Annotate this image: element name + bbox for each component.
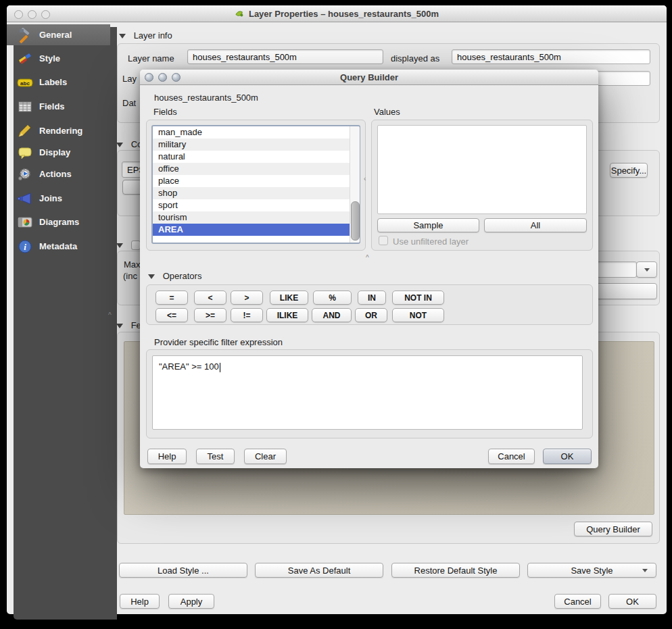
scale-combo-dropdown-button[interactable]: [636, 261, 657, 278]
ok-button[interactable]: OK: [608, 594, 656, 609]
operator-ilike-button[interactable]: ILIKE: [266, 308, 308, 322]
sidebar-item-label: Diagrams: [39, 217, 79, 227]
sidebar-item-label: Style: [39, 53, 60, 64]
speech-bubble-icon: [17, 145, 33, 161]
qb-help-button[interactable]: Help: [147, 449, 187, 464]
sidebar-item-rendering[interactable]: Rendering: [7, 120, 110, 141]
sidebar-item-label: Rendering: [39, 126, 82, 136]
paintbrush-style-icon: [17, 51, 33, 67]
dialog-titlebar[interactable]: Query Builder: [140, 70, 598, 85]
layer-name-label: Layer name: [128, 53, 174, 64]
operator-not-in-button[interactable]: NOT IN: [392, 291, 444, 305]
load-style-button[interactable]: Load Style ...: [119, 563, 247, 578]
sidebar-item-display[interactable]: Display: [7, 142, 110, 163]
operator-gt-button[interactable]: >: [231, 291, 263, 305]
layer-name-input[interactable]: houses_restaurants_500m: [187, 49, 383, 64]
help-button[interactable]: Help: [120, 594, 160, 609]
field-list-item[interactable]: tourism: [153, 211, 359, 224]
field-list-item[interactable]: shop: [153, 187, 359, 199]
operator-le-button[interactable]: <=: [155, 308, 188, 322]
feature-subset-section-header[interactable]: Fe: [116, 320, 141, 330]
field-list-item-selected[interactable]: AREA: [153, 224, 352, 236]
sidebar-item-fields[interactable]: Fields: [7, 96, 110, 117]
displayed-as-input[interactable]: houses_restaurants_500m: [452, 49, 650, 64]
zoom-button[interactable]: [172, 73, 181, 82]
qb-cancel-button[interactable]: Cancel: [488, 449, 535, 464]
data-source-label-fragment: Dat: [122, 98, 136, 108]
collapse-triangle-icon[interactable]: [116, 324, 123, 328]
tools-icon: [17, 27, 33, 43]
collapse-triangle-icon[interactable]: [119, 34, 126, 39]
operator-ge-button[interactable]: >=: [194, 308, 226, 322]
splitter-handle[interactable]: ‹: [364, 175, 366, 182]
scale-section-header[interactable]: [116, 240, 123, 250]
cancel-button[interactable]: Cancel: [554, 594, 601, 609]
field-list-item[interactable]: natural: [153, 151, 359, 163]
values-list[interactable]: [377, 125, 587, 214]
query-builder-button[interactable]: Query Builder: [574, 522, 652, 536]
operator-in-button[interactable]: IN: [358, 291, 386, 305]
crs-section-header[interactable]: Co: [116, 139, 142, 149]
minimize-button[interactable]: [158, 73, 167, 82]
splitter-handle[interactable]: ^: [108, 311, 112, 319]
values-label: Values: [374, 107, 400, 117]
operator-not-button[interactable]: NOT: [392, 308, 444, 322]
sidebar-item-diagrams[interactable]: Diagrams: [7, 211, 110, 232]
restore-default-style-button[interactable]: Restore Default Style: [391, 563, 520, 578]
collapse-triangle-icon[interactable]: [148, 274, 155, 279]
qb-clear-button[interactable]: Clear: [244, 449, 287, 464]
brush-icon: [17, 123, 33, 139]
minimize-button[interactable]: [28, 10, 37, 19]
operator-percent-button[interactable]: %: [313, 291, 352, 305]
operator-and-button[interactable]: AND: [312, 308, 352, 322]
filter-expression-label: Provider specific filter expression: [154, 337, 283, 347]
sidebar-item-actions[interactable]: Actions: [7, 163, 110, 184]
filter-expression-textarea[interactable]: "AREA" >= 100: [152, 355, 583, 430]
apply-button[interactable]: Apply: [168, 594, 214, 609]
sample-button[interactable]: Sample: [377, 218, 479, 232]
chevron-down-icon: [644, 268, 650, 272]
save-as-default-button[interactable]: Save As Default: [255, 563, 383, 578]
scale-dependent-checkbox[interactable]: [131, 241, 141, 250]
zoom-button[interactable]: [41, 10, 50, 19]
specify-crs-button[interactable]: Specify...: [610, 163, 648, 178]
layer-info-section-header[interactable]: Layer info: [119, 30, 172, 41]
field-list-item[interactable]: sport: [153, 199, 359, 211]
abc-label-icon: abc: [17, 74, 33, 91]
fields-list-scrollbar[interactable]: [350, 126, 360, 243]
field-list-item[interactable]: man_made: [153, 126, 359, 139]
collapse-triangle-icon[interactable]: [116, 143, 123, 147]
sidebar-item-labels[interactable]: abc Labels: [7, 72, 110, 93]
sidebar-item-general[interactable]: General: [7, 24, 110, 45]
all-button[interactable]: All: [484, 218, 587, 232]
close-button[interactable]: [145, 73, 153, 82]
splitter-handle[interactable]: ^: [366, 254, 369, 261]
window-titlebar[interactable]: Layer Properties – houses_restaurants_50…: [7, 5, 667, 22]
operator-ne-button[interactable]: !=: [231, 308, 263, 322]
sidebar-item-style[interactable]: Style: [7, 48, 110, 69]
save-style-button[interactable]: Save Style: [527, 563, 656, 578]
operators-section-header[interactable]: Operators: [148, 271, 201, 281]
scrollbar-thumb[interactable]: [351, 201, 360, 241]
qb-test-button[interactable]: Test: [196, 449, 235, 464]
field-list-item[interactable]: place: [153, 175, 359, 187]
sidebar-item-metadata[interactable]: i Metadata: [7, 236, 110, 257]
operator-lt-button[interactable]: <: [194, 291, 226, 305]
fields-list[interactable]: man_made military natural office place s…: [151, 125, 360, 244]
operator-or-button[interactable]: OR: [355, 308, 387, 322]
sidebar-item-label: Joins: [39, 193, 62, 203]
displayed-as-label: displayed as: [391, 53, 439, 64]
dialog-layer-name: houses_restaurants_500m: [154, 93, 258, 103]
close-button[interactable]: [14, 10, 23, 19]
use-unfiltered-checkbox[interactable]: [379, 236, 388, 245]
use-unfiltered-label: Use unfiltered layer: [393, 236, 469, 247]
field-list-item[interactable]: office: [153, 163, 359, 175]
window-title: Layer Properties – houses_restaurants_50…: [249, 9, 439, 19]
field-list-item[interactable]: military: [153, 139, 359, 151]
sidebar-item-joins[interactable]: Joins: [7, 188, 110, 209]
diagram-icon: [17, 214, 33, 230]
collapse-triangle-icon[interactable]: [116, 243, 123, 248]
qb-ok-button[interactable]: OK: [543, 449, 592, 464]
operator-eq-button[interactable]: =: [155, 291, 188, 305]
operator-like-button[interactable]: LIKE: [270, 291, 308, 305]
